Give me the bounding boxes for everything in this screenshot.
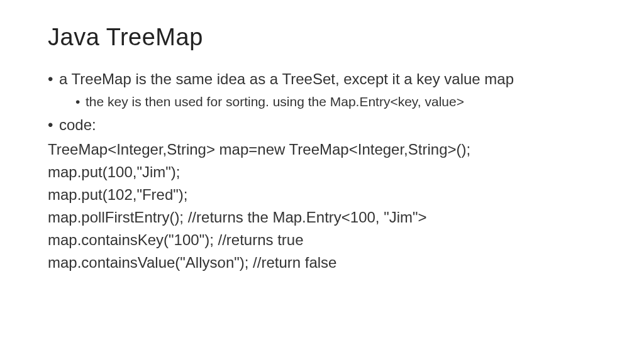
code-line-1: TreeMap<Integer,String> map=new TreeMap<…: [48, 138, 600, 161]
bullet-item-1-sub: the key is then used for sorting. using …: [48, 92, 600, 111]
code-line-3: map.put(102,"Fred");: [48, 184, 600, 206]
code-line-6: map.containsValue("Allyson"); //return f…: [48, 251, 600, 274]
bullet-item-1: a TreeMap is the same idea as a TreeSet,…: [48, 69, 600, 90]
bullet-item-2: code:: [48, 114, 600, 136]
slide-title: Java TreeMap: [48, 24, 600, 51]
code-line-5: map.containsKey("100"); //returns true: [48, 229, 600, 251]
code-line-4: map.pollFirstEntry(); //returns the Map.…: [48, 206, 600, 229]
code-line-2: map.put(100,"Jim");: [48, 161, 600, 184]
